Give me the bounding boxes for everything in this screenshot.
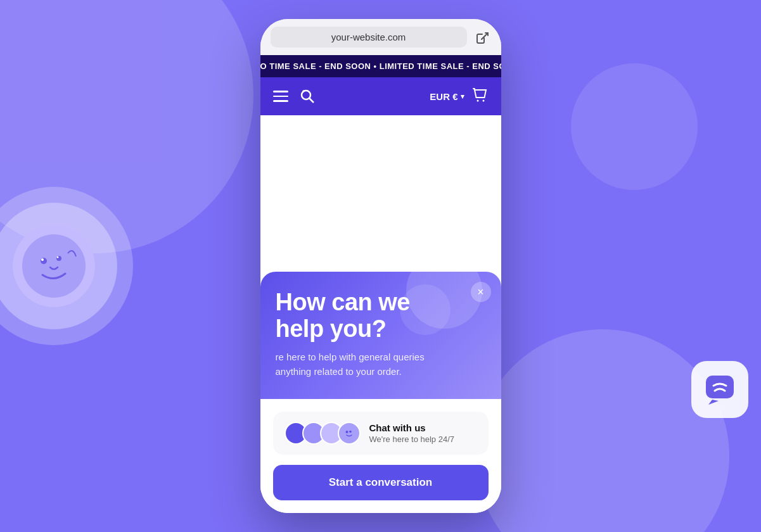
- chat-option[interactable]: Chat with us We're here to help 24/7: [273, 412, 489, 455]
- chat-body: Chat with us We're here to help 24/7 Sta…: [260, 399, 501, 513]
- nav-bar: EUR € ▾: [260, 77, 501, 115]
- svg-point-1: [41, 258, 47, 264]
- chat-header: × How can we help you? re here to help w…: [260, 272, 501, 399]
- share-icon[interactable]: [473, 28, 491, 46]
- browser-bar: your-website.com: [260, 19, 501, 55]
- cart-icon[interactable]: [471, 86, 489, 106]
- avatars-group: [285, 422, 361, 445]
- svg-point-10: [482, 100, 484, 102]
- close-button[interactable]: ×: [471, 282, 491, 302]
- sale-banner-text: O TIME SALE - END SOON • LIMITED TIME SA…: [260, 61, 501, 71]
- svg-line-8: [309, 99, 314, 103]
- chat-subtitle: re here to help with general queriesanyt…: [276, 350, 486, 379]
- svg-point-9: [476, 100, 478, 102]
- chat-option-subtitle: We're here to help 24/7: [369, 434, 477, 444]
- start-conversation-button[interactable]: Start a conversation: [273, 465, 489, 500]
- nav-right: EUR € ▾: [430, 86, 488, 106]
- chat-option-text: Chat with us We're here to help 24/7: [369, 422, 477, 444]
- chat-title-line1: How can we: [276, 289, 411, 315]
- nav-left: [273, 87, 316, 105]
- hamburger-icon[interactable]: [273, 91, 288, 102]
- sale-banner: O TIME SALE - END SOON • LIMITED TIME SA…: [260, 55, 501, 77]
- svg-point-12: [345, 431, 348, 433]
- currency-label: EUR €: [430, 91, 457, 102]
- bg-blob-3: [571, 63, 698, 190]
- currency-selector[interactable]: EUR € ▾: [430, 91, 464, 102]
- chat-widget: × How can we help you? re here to help w…: [260, 272, 501, 513]
- svg-rect-5: [706, 376, 734, 398]
- svg-point-4: [57, 256, 59, 258]
- header-blob-2: [400, 284, 451, 335]
- chat-option-title: Chat with us: [369, 422, 477, 433]
- bot-face-icon: [13, 225, 95, 307]
- chevron-down-icon: ▾: [461, 92, 464, 101]
- phone-frame: your-website.com O TIME SALE - END SOON …: [260, 19, 501, 513]
- deco-chat-icon: [691, 361, 748, 418]
- avatar-bot: [338, 422, 361, 445]
- svg-point-11: [342, 426, 356, 440]
- svg-point-2: [41, 258, 44, 261]
- bg-blob-2: [476, 329, 729, 532]
- url-bar[interactable]: your-website.com: [271, 27, 467, 48]
- svg-point-0: [22, 234, 86, 298]
- search-icon[interactable]: [298, 87, 316, 105]
- chat-title-line2: help you?: [276, 315, 387, 342]
- svg-point-13: [349, 431, 352, 433]
- deco-circle-inner: [0, 203, 117, 329]
